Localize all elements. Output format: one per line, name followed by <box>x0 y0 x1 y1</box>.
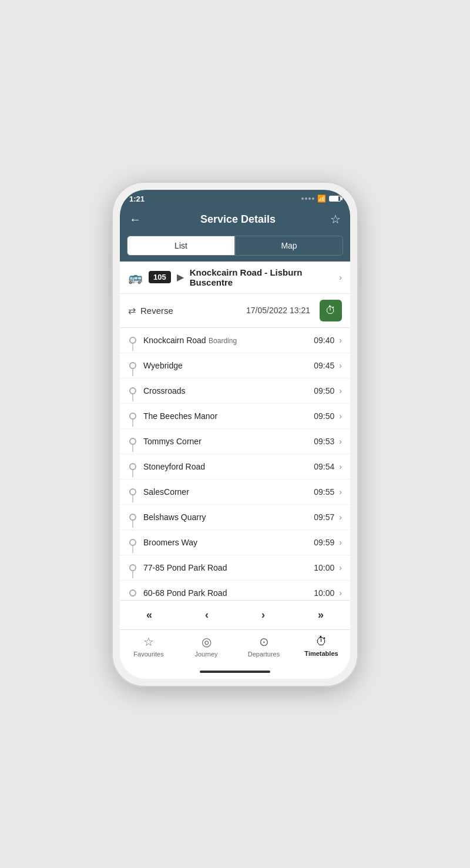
datetime-display: 17/05/2022 13:21 <box>246 306 310 315</box>
page-title: Service Details <box>200 213 276 226</box>
stop-chevron-icon: › <box>339 437 342 446</box>
journey-tab-label: Journey <box>194 651 217 658</box>
stop-row-right: 09:50 › <box>314 386 342 396</box>
tab-map[interactable]: Map <box>235 236 343 256</box>
status-bar-right: 📶 <box>301 195 341 203</box>
stop-connector-line <box>132 546 133 553</box>
first-page-button[interactable]: « <box>139 606 159 624</box>
stop-time: 09:55 <box>314 487 334 497</box>
back-button[interactable]: ← <box>129 212 146 227</box>
stop-line-container <box>128 589 137 596</box>
status-time: 1:21 <box>129 195 145 203</box>
stop-line-container <box>128 337 137 344</box>
bottom-tab-favourites[interactable]: ☆ Favourites <box>120 635 177 658</box>
home-indicator <box>120 660 350 679</box>
journey-tab-icon: ◎ <box>202 635 212 649</box>
list-item[interactable]: Tommys Corner 09:53 › <box>120 429 350 454</box>
tab-list[interactable]: List <box>127 236 235 256</box>
stop-row-right: 10:00 › <box>314 563 342 572</box>
stop-time: 09:59 <box>314 538 334 547</box>
stop-chevron-icon: › <box>339 361 342 370</box>
route-row[interactable]: 🚌 105 ▶ Knockcairn Road - Lisburn Buscen… <box>120 262 350 294</box>
stop-info: Tommys Corner <box>143 436 308 447</box>
signal-icon <box>301 197 314 200</box>
route-chevron-icon: › <box>339 273 342 282</box>
app-header: ← Service Details ☆ <box>120 206 350 236</box>
stop-row-right: 09:55 › <box>314 487 342 497</box>
stop-name: The Beeches Manor <box>143 411 217 421</box>
stop-circle-icon <box>129 438 136 445</box>
favourite-star-button[interactable]: ☆ <box>330 212 341 226</box>
phone-vol-down <box>108 279 111 296</box>
bottom-tab-timetables[interactable]: ⏱ Timetables <box>293 635 350 657</box>
wifi-icon: 📶 <box>317 195 326 203</box>
stop-circle-icon <box>129 387 136 394</box>
home-bar <box>200 671 270 673</box>
last-page-button[interactable]: » <box>311 606 331 624</box>
status-bar: 1:21 📶 <box>120 190 350 206</box>
stop-chevron-icon: › <box>339 538 342 547</box>
bottom-tab-bar: ☆ Favourites ◎ Journey ⊙ Departures ⏱ Ti… <box>120 629 350 660</box>
stop-info: Wyebridge <box>143 360 308 371</box>
stop-connector-line <box>132 369 133 376</box>
tab-switcher: List Map <box>120 236 350 262</box>
stops-list: Knockcairn Road Boarding 09:40 › Wyebrid… <box>120 328 350 600</box>
list-item[interactable]: SalesCorner 09:55 › <box>120 480 350 505</box>
reverse-label[interactable]: Reverse <box>140 306 241 316</box>
stop-row-right: 10:00 › <box>314 588 342 598</box>
stop-row-right: 09:50 › <box>314 411 342 421</box>
list-item[interactable]: 77-85 Pond Park Road 10:00 › <box>120 555 350 581</box>
reverse-icon: ⇄ <box>128 305 136 316</box>
phone-power-btn <box>359 264 362 290</box>
bottom-tab-departures[interactable]: ⊙ Departures <box>235 635 293 658</box>
stop-boarding-label: Boarding <box>209 337 237 345</box>
stop-name: Wyebridge <box>143 361 183 370</box>
stop-connector-line <box>132 571 133 578</box>
phone-frame: 1:21 📶 ← Service Details ☆ <box>112 182 358 687</box>
bottom-tab-journey[interactable]: ◎ Journey <box>177 635 235 658</box>
stop-circle-icon <box>129 413 136 420</box>
stop-name: Crossroads <box>143 386 186 396</box>
next-page-button[interactable]: › <box>254 606 272 624</box>
stop-connector-line <box>132 394 133 401</box>
stop-chevron-icon: › <box>339 563 342 572</box>
stop-chevron-icon: › <box>339 462 342 471</box>
stop-row-right: 09:40 › <box>314 336 342 345</box>
list-item[interactable]: Crossroads 09:50 › <box>120 378 350 404</box>
list-item[interactable]: Knockcairn Road Boarding 09:40 › <box>120 328 350 353</box>
stop-connector-line <box>132 495 133 502</box>
route-badge: 105 <box>149 271 171 283</box>
stop-name: SalesCorner <box>143 487 189 497</box>
stop-time: 09:53 <box>314 437 334 446</box>
stop-circle-icon <box>129 564 136 571</box>
route-name: Knockcairn Road - Lisburn Buscentre <box>190 267 334 287</box>
list-item[interactable]: 60-68 Pond Park Road 10:00 › <box>120 581 350 600</box>
stop-name: 60-68 Pond Park Road <box>143 588 227 598</box>
stop-chevron-icon: › <box>339 411 342 421</box>
phone-screen: 1:21 📶 ← Service Details ☆ <box>120 190 350 679</box>
stop-connector-line <box>132 445 133 452</box>
stop-line-container <box>128 362 137 369</box>
timetables-tab-label: Timetables <box>304 650 338 657</box>
stop-info: Belshaws Quarry <box>143 512 308 522</box>
reverse-row: ⇄ Reverse 17/05/2022 13:21 ⏱ <box>120 294 350 328</box>
list-item[interactable]: Belshaws Quarry 09:57 › <box>120 505 350 530</box>
stop-info: Knockcairn Road Boarding <box>143 335 308 346</box>
stop-name: Knockcairn Road <box>143 336 206 345</box>
stop-line-container <box>128 488 137 495</box>
list-item[interactable]: Broomers Way 09:59 › <box>120 530 350 555</box>
list-item[interactable]: The Beeches Manor 09:50 › <box>120 404 350 429</box>
clock-icon: ⏱ <box>325 304 336 317</box>
stop-row-right: 09:45 › <box>314 361 342 370</box>
prev-page-button[interactable]: ‹ <box>198 606 216 624</box>
stop-info: 60-68 Pond Park Road <box>143 588 308 598</box>
list-item[interactable]: Stoneyford Road 09:54 › <box>120 454 350 480</box>
list-item[interactable]: Wyebridge 09:45 › <box>120 353 350 378</box>
stop-row-right: 09:54 › <box>314 462 342 471</box>
stop-chevron-icon: › <box>339 512 342 522</box>
stop-time: 09:50 <box>314 386 334 396</box>
departures-tab-icon: ⊙ <box>259 635 269 649</box>
stop-line-container <box>128 463 137 470</box>
time-picker-button[interactable]: ⏱ <box>320 300 342 321</box>
stop-chevron-icon: › <box>339 487 342 497</box>
